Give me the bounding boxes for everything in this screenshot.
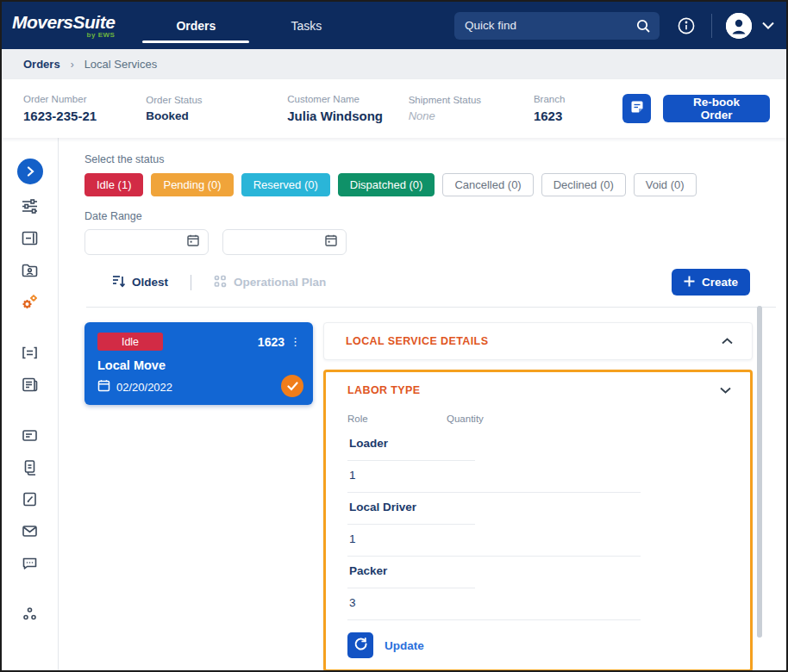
date-from-input[interactable] (84, 229, 209, 255)
sidebar-item-chat[interactable] (16, 550, 45, 576)
app-logo[interactable]: MoversSuite by EWS (12, 13, 115, 39)
status-chip-idle[interactable]: Idle (1) (84, 173, 143, 196)
status-chip-void[interactable]: Void (0) (634, 173, 697, 196)
status-chip-dispatched[interactable]: Dispatched (0) (338, 173, 435, 196)
toolbar-divider (191, 275, 191, 290)
copy-icon (21, 458, 39, 476)
share-icon (21, 605, 39, 623)
order-number-value: 1623-235-21 (23, 109, 146, 123)
labor-type-header[interactable]: LABOR TYPE (326, 372, 750, 408)
sidebar-item-documents[interactable] (16, 454, 45, 480)
labor-type-title: LABOR TYPE (347, 384, 421, 396)
search-icon[interactable] (635, 18, 651, 34)
shipment-status-value: None (409, 109, 534, 122)
calendar-icon[interactable] (186, 233, 200, 251)
labor-row-role[interactable]: Local Driver (347, 493, 475, 525)
status-chip-reserved[interactable]: Reserved (0) (241, 173, 330, 196)
kebab-menu-icon[interactable]: ⋮ (290, 336, 301, 347)
main-content: Select the status Idle (1) Pending (0) R… (59, 138, 786, 670)
quick-find-search[interactable] (454, 12, 660, 40)
sidebar-item-contacts[interactable] (16, 257, 45, 283)
refresh-icon (353, 637, 368, 654)
message-card-icon (21, 426, 39, 445)
logo-subtext: by EWS (12, 32, 115, 39)
labor-table-headers: Role Quantity (347, 414, 750, 424)
info-icon[interactable] (677, 16, 696, 35)
sidebar-expand-button[interactable] (17, 159, 43, 184)
labor-row-quantity[interactable]: 3 (347, 588, 641, 620)
detail-panels: LOCAL SERVICE DETAILS LABOR TYPE (323, 322, 753, 672)
sidebar-item-news[interactable] (16, 371, 45, 397)
local-service-details-title: LOCAL SERVICE DETAILS (346, 335, 488, 347)
branch-field: Branch 1623 (534, 94, 622, 123)
scrollbar-thumb[interactable] (757, 306, 762, 638)
note-icon (629, 99, 645, 118)
clipboard-edit-icon (21, 490, 39, 508)
service-date: 02/20/2022 (116, 381, 172, 394)
vertical-scrollbar[interactable] (757, 306, 762, 638)
sidebar-item-edit-notes[interactable] (16, 486, 45, 512)
customer-name-value: Julia Windsong (287, 109, 408, 123)
logo-text: MoversSuite (12, 12, 115, 32)
calendar-icon (97, 379, 110, 395)
news-icon (21, 376, 39, 394)
local-service-details-header[interactable]: LOCAL SERVICE DETAILS (324, 323, 752, 359)
date-range-label: Date Range (84, 210, 786, 222)
sidebar-item-local-services-active[interactable] (16, 289, 45, 314)
status-chip-cancelled[interactable]: Cancelled (0) (442, 173, 533, 196)
sidebar-item-statements[interactable] (16, 422, 45, 448)
services-area: Idle 1623 ⋮ Local Move 02/20/2022 (84, 308, 786, 672)
calendar-icon[interactable] (324, 233, 338, 251)
order-status-value: Booked (146, 109, 287, 122)
body: Select the status Idle (1) Pending (0) R… (2, 138, 786, 670)
sidebar-item-mail[interactable] (16, 518, 45, 544)
update-button[interactable] (347, 632, 373, 658)
date-to-input[interactable] (222, 229, 347, 255)
chat-icon (21, 554, 39, 572)
branch-value: 1623 (534, 109, 622, 123)
labor-table: Role Quantity Loader 1 Local Driver 1 Pa… (326, 408, 750, 620)
avatar[interactable] (726, 13, 752, 39)
labor-row-quantity[interactable]: 1 (347, 461, 641, 493)
status-chip-declined[interactable]: Declined (0) (541, 173, 626, 196)
chevron-right-icon (25, 166, 35, 177)
main-tabs: Orders Tasks (141, 2, 361, 49)
folder-user-icon (21, 261, 39, 279)
customer-name-field: Customer Name Julia Windsong (287, 94, 408, 123)
role-column-header: Role (347, 414, 447, 424)
operational-plan-button[interactable]: Operational Plan (214, 275, 326, 290)
labor-row-role[interactable]: Loader (347, 429, 475, 461)
tab-orders[interactable]: Orders (141, 2, 251, 49)
order-status-field: Order Status Booked (146, 95, 287, 122)
chevron-up-icon[interactable] (722, 338, 733, 345)
sort-oldest-button[interactable]: Oldest (112, 275, 168, 290)
shipment-status-field: Shipment Status None (409, 95, 534, 122)
create-button[interactable]: Create (672, 269, 750, 296)
service-branch-number: 1623 (258, 335, 285, 349)
update-row: Update (347, 632, 750, 658)
service-title: Local Move (97, 358, 301, 372)
app-window: MoversSuite by EWS Orders Tasks Orders ›… (0, 0, 788, 672)
update-label[interactable]: Update (385, 639, 424, 652)
tab-tasks[interactable]: Tasks (251, 2, 361, 49)
sidebar-item-share[interactable] (16, 600, 45, 626)
sidebar-item-dispatch-board[interactable] (16, 193, 45, 219)
breadcrumb-orders[interactable]: Orders (23, 58, 60, 71)
labor-row-quantity[interactable]: 1 (347, 525, 641, 557)
status-filter-chips: Idle (1) Pending (0) Reserved (0) Dispat… (84, 173, 786, 196)
bracket-list-icon (21, 344, 39, 362)
status-chip-pending[interactable]: Pending (0) (151, 173, 233, 196)
search-input[interactable] (465, 19, 635, 32)
sidebar-item-tags[interactable] (16, 339, 45, 365)
select-status-label: Select the status (84, 153, 786, 165)
date-range-inputs (84, 229, 786, 255)
rebook-order-button[interactable]: Re-book Order (663, 95, 770, 122)
sidebar-item-panel[interactable] (16, 225, 45, 251)
service-card[interactable]: Idle 1623 ⋮ Local Move 02/20/2022 (84, 322, 313, 405)
order-notes-button[interactable] (622, 94, 651, 123)
labor-row-role[interactable]: Packer (347, 557, 475, 588)
chevron-down-icon[interactable] (720, 387, 731, 394)
account-chevron-down-icon[interactable] (762, 22, 774, 29)
check-circle-icon (281, 375, 303, 397)
grid-icon (214, 275, 227, 290)
